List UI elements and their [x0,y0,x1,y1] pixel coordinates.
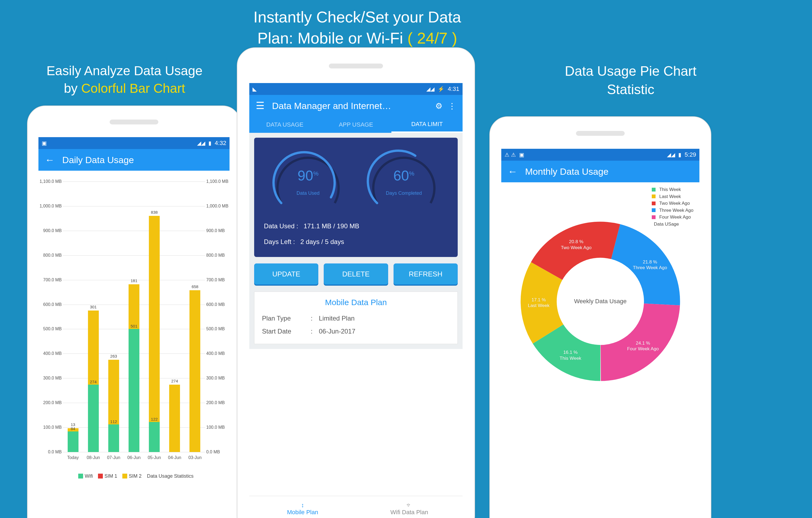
settings-gear-icon[interactable]: ⚙ [435,101,442,111]
legend-item: Last Week [648,193,693,200]
phone-middle: ◣ ◢◢ ⚡ 4:31 ☰ Data Manager and Internet…… [237,47,475,518]
legend-swatch-wifi [78,474,83,479]
update-button[interactable]: UPDATE [254,264,318,284]
bar-column: 65803-Jun [185,182,205,452]
hamburger-menu-icon[interactable]: ☰ [256,100,264,112]
phone-left: ▣ ◢◢ ▮ 4:32 ← Daily Data Usage 1384Today… [27,105,241,518]
statusbar: ⚠ ⚠ ▣ ◢◢ ▮ 5:29 [501,149,699,161]
tab-data-usage[interactable]: DATA USAGE [249,117,320,133]
image-icon: ▣ [519,152,524,158]
bottom-tab-mobile-plan[interactable]: ↕ Mobile Plan [249,496,356,518]
appbar: ← Daily Data Usage [38,149,230,171]
legend-item: Three Week Ago [648,207,693,214]
legend-swatch-sim1 [98,474,103,479]
phone-speaker [110,120,158,124]
pie-slice-label: 21.8 %Three Week Ago [633,259,667,271]
top-tabs: DATA USAGE APP USAGE DATA LIMIT [249,117,463,133]
signal-icon: ◢◢ [197,140,205,146]
statusbar: ▣ ◢◢ ▮ 4:32 [38,137,230,149]
status-time: 5:29 [685,151,696,158]
plan-card-title: Mobile Data Plan [262,298,450,307]
gauge-card: 90% Data Used 60% Days Completed Data Us… [254,138,458,257]
legend-item: This Week [648,186,693,193]
bar-column: 1384Today [63,182,83,452]
android-icon: ◣ [253,86,257,92]
status-time: 4:32 [215,140,226,146]
warning-icon: ⚠ ⚠ [504,152,516,158]
page-title: Daily Data Usage [62,155,223,165]
bottom-tab-wifi-plan[interactable]: ᯤ Wifi Data Plan [356,496,463,518]
caption-left: Easily Analyze Data Usage by Colorful Ba… [35,62,214,97]
battery-icon: ▮ [678,152,681,158]
wifi-icon: ᯤ [406,502,412,509]
appbar: ← Monthly Data Usage [501,161,699,182]
phone-speaker [329,64,383,68]
pie-slice-label: 16.1 %This Week [560,349,581,361]
usage-info: Data Used : 171.1 MB / 190 MB Days Left … [260,217,452,250]
back-arrow-icon[interactable]: ← [508,166,518,177]
pie-slice-label: 24.1 %Four Week Ago [627,340,659,352]
delete-button[interactable]: DELETE [324,264,388,284]
status-time: 4:31 [448,86,459,92]
legend-swatch-sim2 [122,474,127,479]
image-icon: ▣ [42,140,47,146]
pie-chart: Weekly Data Usage 16.1 %This Week17.1 %L… [516,217,684,385]
statusbar: ◣ ◢◢ ⚡ 4:31 [249,83,463,95]
bar-column: 30127408-Jun [83,182,104,452]
phone-right: ⚠ ⚠ ▣ ◢◢ ▮ 5:29 ← Monthly Data Usage Thi… [489,116,711,518]
bar-column: 83812205-Jun [144,182,165,452]
battery-icon: ▮ [208,140,211,146]
signal-icon: ◢◢ [426,86,434,92]
caption-right: Data Usage Pie Chart Statistic [530,62,731,99]
gauge-days-completed: 60% Days Completed [365,146,443,211]
caption-center: Instantly Check/Set your Data Plan: Mobi… [233,6,482,49]
bar-column: 18150106-Jun [124,182,144,452]
swap-icon: ↕ [301,502,304,509]
pie-slice-label: 20.8 %Two Week Ago [561,239,591,250]
bar-chart: 1384Today30127408-Jun26311207-Jun1815010… [38,171,230,484]
battery-charging-icon: ⚡ [438,86,444,92]
tab-data-limit[interactable]: DATA LIMIT [392,117,463,133]
tab-app-usage[interactable]: APP USAGE [320,117,392,133]
bar-column: 27404-Jun [165,182,185,452]
app-title: Data Manager and Internet… [272,101,430,111]
mobile-data-plan-card: Mobile Data Plan Plan Type:Limited Plan … [254,292,458,344]
back-arrow-icon[interactable]: ← [45,154,55,165]
phone-speaker [576,131,625,136]
refresh-button[interactable]: REFRESH [394,264,458,284]
appbar: ☰ Data Manager and Internet… ⚙ ⋮ [249,95,463,117]
pie-chart-center-label: Weekly Data Usage [574,298,627,305]
legend-item: Two Week Ago [648,200,693,207]
signal-icon: ◢◢ [667,152,675,158]
bottom-tabs: ↕ Mobile Plan ᯤ Wifi Data Plan [249,496,463,518]
pie-slice-label: 17.1 %Last Week [528,297,549,309]
bar-chart-legend: Wifi SIM 1 SIM 2 Data Usage Statistics [38,474,230,479]
gauge-data-used: 90% Data Used [269,146,347,211]
bar-column: 26311207-Jun [104,182,124,452]
caption-left-line1: Easily Analyze Data Usage [35,62,214,80]
page-title: Monthly Data Usage [525,166,693,177]
overflow-menu-icon[interactable]: ⋮ [448,101,456,111]
